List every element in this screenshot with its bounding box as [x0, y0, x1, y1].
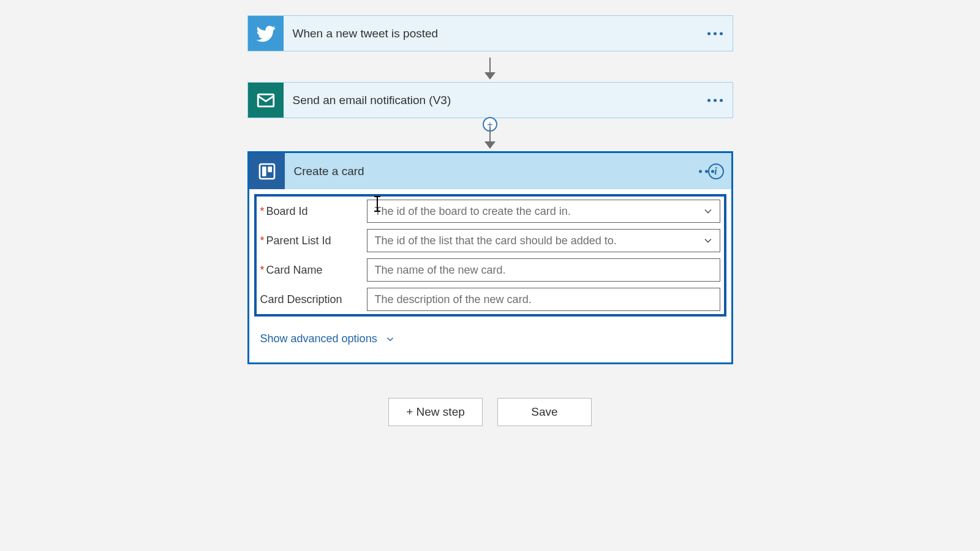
twitter-icon — [248, 16, 284, 51]
field-parent-list-id: Parent List Id — [260, 229, 720, 252]
new-step-button[interactable]: + New step — [388, 398, 483, 426]
label-parent-list-id: Parent List Id — [260, 234, 367, 247]
step-title: Create a card — [294, 165, 364, 178]
input-parent-list-id[interactable] — [367, 229, 720, 252]
fields-panel: Board Id Parent List Id — [254, 194, 726, 317]
step-create-card-header[interactable]: Create a card i — [249, 153, 731, 189]
trello-icon — [249, 153, 285, 189]
field-card-name: Card Name — [260, 258, 720, 282]
more-icon[interactable] — [707, 99, 723, 102]
step-title: When a new tweet is posted — [293, 27, 439, 40]
label-card-description: Card Description — [260, 293, 367, 306]
svg-rect-3 — [268, 167, 272, 172]
svg-rect-1 — [260, 164, 274, 179]
step-create-card: Create a card i Board Id Parent List Id — [247, 151, 733, 364]
field-board-id: Board Id — [260, 200, 720, 223]
label-card-name: Card Name — [260, 264, 367, 277]
connector-add: + — [489, 118, 491, 151]
flow-canvas: When a new tweet is posted Send an email… — [247, 0, 733, 426]
step-send-email[interactable]: Send an email notification (V3) — [247, 82, 733, 118]
save-button[interactable]: Save — [497, 398, 592, 426]
mail-icon — [248, 83, 284, 118]
field-card-description: Card Description — [260, 288, 720, 311]
more-icon[interactable] — [707, 32, 723, 35]
input-card-description[interactable] — [367, 288, 720, 311]
show-advanced-label: Show advanced options — [260, 332, 377, 345]
label-board-id: Board Id — [260, 205, 367, 218]
svg-rect-2 — [262, 167, 266, 176]
step-twitter-trigger[interactable]: When a new tweet is posted — [247, 15, 733, 51]
input-board-id[interactable] — [367, 200, 720, 223]
input-card-name[interactable] — [367, 258, 720, 282]
more-icon[interactable] — [699, 170, 714, 173]
connector — [489, 51, 491, 82]
chevron-down-icon — [385, 334, 396, 345]
step-title: Send an email notification (V3) — [293, 94, 451, 107]
footer-buttons: + New step Save — [388, 398, 592, 426]
show-advanced-options[interactable]: Show advanced options — [249, 321, 731, 362]
